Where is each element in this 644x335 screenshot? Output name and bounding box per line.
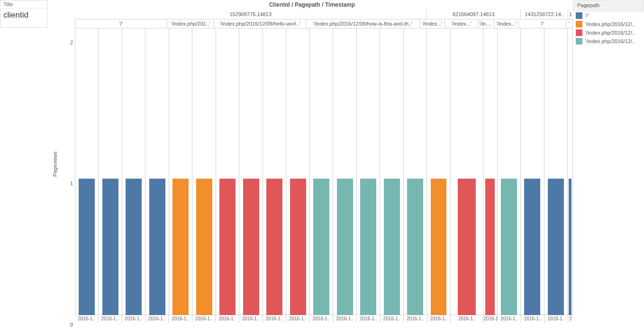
legend-item[interactable]: '/index.php/2016/12/..	[573, 20, 644, 28]
bar[interactable]	[548, 179, 564, 315]
x-axis-tick: 2016-1..	[356, 315, 380, 323]
x-axis-tick: 2016-1..	[544, 315, 568, 323]
plot-column[interactable]	[145, 28, 168, 315]
clientid-header-row: 152909776.14813821664097.148131431258722…	[75, 9, 573, 19]
legend-title: Pagepath	[573, 0, 644, 11]
plot-column[interactable]	[309, 28, 333, 315]
plot-column[interactable]	[483, 28, 497, 315]
legend-item[interactable]: '/index.php/2016/12/..	[573, 28, 644, 37]
plot-column[interactable]	[169, 28, 192, 315]
pagepath-header-cell[interactable]: '/'	[518, 19, 565, 28]
plot-column[interactable]	[520, 28, 544, 315]
plot-column[interactable]	[380, 28, 403, 315]
plot-column[interactable]	[544, 28, 567, 315]
plot-column[interactable]	[333, 28, 356, 315]
pagepath-header-cell[interactable]: '/index.php/2016/12/09/how-is-this-and-t…	[306, 19, 420, 28]
plot-column[interactable]	[75, 28, 98, 315]
bar[interactable]	[243, 179, 259, 315]
legend-swatch-icon	[576, 21, 582, 27]
y-axis-tick: 1	[70, 181, 73, 186]
y-axis: Pageviews 012	[51, 28, 75, 325]
bar[interactable]	[407, 179, 423, 315]
plot-column[interactable]	[450, 28, 483, 315]
pagepath-header-cell[interactable]: '/index...'	[420, 19, 444, 28]
x-axis-tick: 2016-1..	[450, 315, 483, 323]
plot-column[interactable]	[98, 28, 121, 315]
x-axis-tick: 2016-1..	[497, 315, 521, 323]
bar[interactable]	[360, 179, 376, 315]
x-axis-tick: 2016-1..	[121, 315, 145, 323]
bar[interactable]	[524, 179, 540, 315]
bar[interactable]	[219, 179, 236, 315]
x-axis-tick: 2016-1..	[483, 315, 497, 323]
pagepath-header-cell[interactable]: '/index.php/2016/12/09/hello-worl..'	[214, 19, 306, 28]
bar[interactable]	[569, 179, 572, 315]
plot-column[interactable]	[403, 28, 426, 315]
bar[interactable]	[172, 179, 189, 315]
plot-column[interactable]	[426, 28, 450, 315]
bar[interactable]	[431, 179, 447, 315]
bar[interactable]	[196, 179, 212, 315]
legend-item[interactable]: '/'	[573, 11, 644, 20]
legend-label: '/'	[585, 13, 589, 18]
legend-swatch-icon	[576, 12, 582, 19]
bar[interactable]	[290, 179, 306, 315]
chart-title: Clientid / Pagepath / Timestamp	[51, 0, 573, 9]
bar[interactable]	[126, 179, 142, 315]
legend-label: '/index.php/2016/12/..	[585, 21, 635, 27]
legend-label: '/index.php/2016/12/..	[585, 38, 635, 44]
plot-column[interactable]	[122, 28, 145, 315]
bar[interactable]	[266, 179, 282, 315]
x-axis: 2016-1..2016-1..2016-1..2016-1..2016-1..…	[75, 315, 573, 323]
clientid-header-cell[interactable]: 821664097.14813	[426, 9, 521, 19]
plot-column[interactable]	[497, 28, 520, 315]
plot-column[interactable]	[567, 28, 573, 315]
bar[interactable]	[149, 179, 165, 315]
pagepath-header-cell[interactable]: '/index...'	[444, 19, 478, 28]
bar[interactable]	[458, 179, 476, 315]
pagepath-header-cell[interactable]: '/index...'	[478, 19, 494, 28]
x-axis-tick: 2016-1..	[309, 315, 333, 323]
legend-swatch-icon	[576, 29, 582, 36]
x-axis-tick: 2016-1..	[98, 315, 122, 323]
clientid-header-cell[interactable]: 1	[568, 9, 573, 19]
y-axis-tick: 2	[70, 40, 73, 45]
bar[interactable]	[102, 179, 118, 315]
pagepath-header-cell[interactable]: '/index...'	[494, 19, 518, 28]
clientid-header-cell[interactable]: 152909776.14813	[75, 9, 426, 19]
pagepath-header-cell[interactable]: '/index.php/201..'	[167, 19, 214, 28]
legend[interactable]: Pagepath '/''/index.php/2016/12/..'/inde…	[573, 0, 644, 335]
pagepath-header-cell[interactable]: '	[566, 19, 573, 28]
plot-column[interactable]	[239, 28, 262, 315]
plot-column[interactable]	[263, 28, 286, 315]
x-axis-tick: 2016-1..	[263, 315, 286, 323]
chart-area[interactable]: Clientid / Pagepath / Timestamp 15290977…	[51, 0, 573, 335]
legend-swatch-icon	[576, 38, 582, 45]
x-axis-tick: 2016-1..	[145, 315, 169, 323]
clientid-header-cell[interactable]: 1431258722.14..	[520, 9, 568, 19]
bar[interactable]	[337, 179, 353, 315]
bar[interactable]	[501, 179, 517, 315]
bar[interactable]	[384, 179, 400, 315]
x-axis-tick: 2016-1..	[286, 315, 309, 323]
x-axis-tick: 2	[568, 315, 573, 323]
bar[interactable]	[79, 179, 95, 315]
legend-label: '/index.php/2016/12/..	[585, 30, 635, 36]
x-axis-tick: 2016-1..	[215, 315, 239, 323]
title-filter-value: clientid	[0, 9, 47, 23]
x-axis-tick: 2016-1..	[427, 315, 451, 323]
x-axis-tick: 2016-1..	[380, 315, 404, 323]
plot-column[interactable]	[286, 28, 309, 315]
title-filter-card[interactable]: Title clientid	[0, 0, 47, 27]
x-axis-tick: 2016-1..	[192, 315, 216, 323]
legend-item[interactable]: '/index.php/2016/12/..	[573, 37, 644, 45]
plot-column[interactable]	[192, 28, 215, 315]
plot-column[interactable]	[356, 28, 380, 315]
bar[interactable]	[485, 179, 495, 315]
plot-body[interactable]	[75, 28, 573, 315]
pagepath-header-cell[interactable]: '/'	[75, 19, 167, 28]
x-axis-tick: 2016-1..	[333, 315, 356, 323]
bar[interactable]	[313, 179, 329, 315]
plot-column[interactable]	[216, 28, 239, 315]
x-axis-tick: 2016-1..	[403, 315, 427, 323]
